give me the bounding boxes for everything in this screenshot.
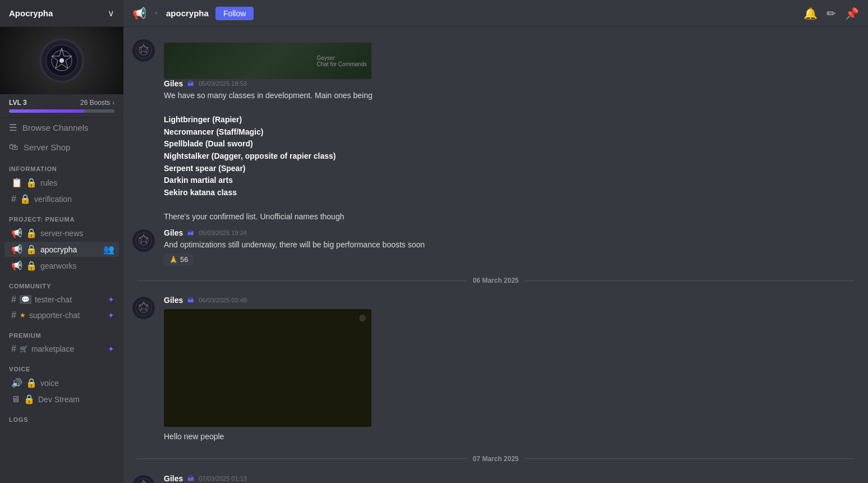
text-channel-icon: # — [11, 344, 16, 354]
author-badge-icon: 🏔 — [187, 229, 194, 237]
add-icon[interactable]: ✦ — [108, 311, 114, 320]
date-divider: 06 March 2025 — [137, 277, 855, 284]
text-channel-icon: # — [11, 310, 16, 320]
channel-name: rules — [40, 178, 114, 187]
embed-image: GeyserChat for Commands — [164, 43, 388, 79]
message-content: Giles 🏔 06/03/2025 02:49 Hello new peopl… — [164, 296, 859, 444]
boost-info: LVL 3 26 Boosts › — [9, 99, 114, 107]
message-author: Giles — [164, 79, 183, 88]
stage-icon: 🖥 — [11, 394, 20, 404]
reaction-button[interactable]: 🙏 56 — [164, 254, 193, 265]
embed-image-text: GeyserChat for Commands — [317, 55, 367, 67]
edit-pencil-icon[interactable]: ✏ — [826, 7, 836, 20]
add-members-icon[interactable]: 👥 — [103, 244, 114, 255]
message-content: GeyserChat for Commands Giles 🏔 05/03/20… — [164, 38, 859, 224]
boost-progress-bar — [9, 109, 114, 113]
messages-area[interactable]: GeyserChat for Commands Giles 🏔 05/03/20… — [123, 27, 868, 483]
chevron-down-icon: ∨ — [108, 8, 114, 19]
message-group: Giles 🏔 05/03/2025 19:24 And optimizatio… — [123, 226, 868, 268]
avatar — [132, 297, 155, 319]
message-author: Giles — [164, 228, 183, 237]
browse-channels-icon: ☰ — [9, 122, 17, 133]
date-divider: 07 March 2025 — [137, 455, 855, 463]
message-timestamp: 06/03/2025 02:49 — [199, 297, 247, 303]
date-divider-text: 06 March 2025 — [472, 277, 518, 284]
announcement-icon: 📢 — [11, 244, 22, 255]
channel-apocrypha[interactable]: 📢 🔒 apocrypha 👥 — [4, 242, 119, 257]
channel-name: tester-chat — [35, 295, 104, 304]
channel-dev-stream[interactable]: 🖥 🔒 Dev Stream — [4, 392, 119, 407]
divider-line — [137, 458, 467, 459]
category-information: INFORMATION — [0, 157, 123, 174]
sidebar: Apocrypha ∨ LVL 3 26 Boosts › — [0, 0, 123, 483]
author-badge-icon: 🏔 — [187, 296, 194, 304]
notification-bell-icon[interactable]: 🔔 — [803, 7, 818, 20]
tester-icon: 💬 — [20, 295, 31, 304]
boost-progress-fill — [9, 109, 85, 113]
media-dot — [359, 315, 366, 321]
add-icon[interactable]: ✦ — [108, 344, 114, 353]
announcement-icon: 📢 — [11, 228, 22, 238]
channel-name: marketplace — [31, 344, 104, 353]
sidebar-item-server-shop[interactable]: 🛍 Server Shop — [0, 137, 123, 157]
boost-bar[interactable]: LVL 3 26 Boosts › — [0, 94, 123, 118]
channel-marketplace[interactable]: # 🛒 marketplace ✦ — [4, 342, 119, 356]
topbar-channel-name: apocrypha — [166, 8, 209, 18]
channel-tester-chat[interactable]: # 💬 tester-chat ✦ — [4, 292, 119, 307]
message-group: GeyserChat for Commands Giles 🏔 05/03/20… — [123, 36, 868, 226]
lock-icon: 🔒 — [26, 228, 37, 238]
channel-name: verification — [34, 195, 114, 204]
announcement-icon: 📢 — [11, 260, 22, 271]
message-timestamp: 05/03/2025 18:53 — [199, 80, 247, 87]
message-content: Giles 🏔 05/03/2025 19:24 And optimizatio… — [164, 228, 859, 266]
author-badge-icon: 🏔 — [187, 475, 194, 482]
server-banner-bg — [0, 27, 123, 94]
channel-name: apocrypha — [40, 245, 100, 254]
server-shop-icon: 🛍 — [9, 142, 18, 152]
topbar-actions: 🔔 ✏ 📌 — [803, 7, 859, 20]
topbar-divider: • — [154, 7, 158, 20]
message-timestamp: 07/03/2025 01:13 — [199, 475, 247, 482]
channel-verification[interactable]: # 🔒 verification — [4, 191, 119, 206]
star-icon: ★ — [20, 311, 26, 319]
sidebar-item-label: Browse Channels — [22, 123, 89, 132]
server-name: Apocrypha — [9, 8, 53, 18]
message-header: Giles 🏔 07/03/2025 01:13 — [164, 474, 859, 483]
message-header: Giles 🏔 05/03/2025 18:53 — [164, 79, 859, 88]
server-header[interactable]: Apocrypha ∨ — [0, 0, 123, 27]
message-text: We have so many classes in development. … — [164, 90, 859, 223]
avatar — [132, 475, 155, 483]
sidebar-item-browse-channels[interactable]: ☰ Browse Channels — [0, 118, 123, 137]
message-header: Giles 🏔 06/03/2025 02:49 — [164, 296, 859, 305]
category-premium: PREMIUM — [0, 323, 123, 341]
message-text: Hello new people — [164, 431, 859, 443]
pin-icon[interactable]: 📌 — [845, 7, 859, 20]
channel-name: gearworks — [40, 261, 114, 270]
boost-chevron-icon: › — [112, 99, 114, 106]
category-voice: VOICE — [0, 357, 123, 375]
lock-icon: 🔒 — [26, 177, 37, 188]
channel-supporter-chat[interactable]: # ★ supporter-chat ✦ — [4, 308, 119, 323]
avatar — [132, 229, 155, 252]
message-timestamp: 05/03/2025 19:24 — [199, 229, 247, 236]
follow-button[interactable]: Follow — [215, 7, 254, 20]
category-project-pneuma: PROJECT: PNEUMA — [0, 207, 123, 225]
message-author: Giles — [164, 296, 183, 305]
add-icon[interactable]: ✦ — [108, 295, 114, 304]
avatar — [132, 39, 155, 62]
channel-server-news[interactable]: 📢 🔒 server-news — [4, 226, 119, 241]
channel-gearworks[interactable]: 📢 🔒 gearworks — [4, 258, 119, 273]
channel-voice[interactable]: 🔊 🔒 voice — [4, 375, 119, 390]
divider-line — [137, 280, 467, 281]
svg-point-4 — [136, 43, 152, 59]
divider-line — [525, 458, 855, 459]
category-logs: LOGS — [0, 407, 123, 425]
boost-count: 26 Boosts › — [80, 99, 114, 107]
svg-point-3 — [59, 58, 64, 63]
reaction-count: 56 — [180, 255, 188, 264]
embed-image-placeholder: GeyserChat for Commands — [164, 43, 371, 79]
lock-icon: 🔒 — [20, 194, 31, 204]
channel-rules[interactable]: 📋 🔒 rules — [4, 175, 119, 190]
channel-name: voice — [40, 379, 114, 388]
server-avatar — [39, 38, 84, 83]
